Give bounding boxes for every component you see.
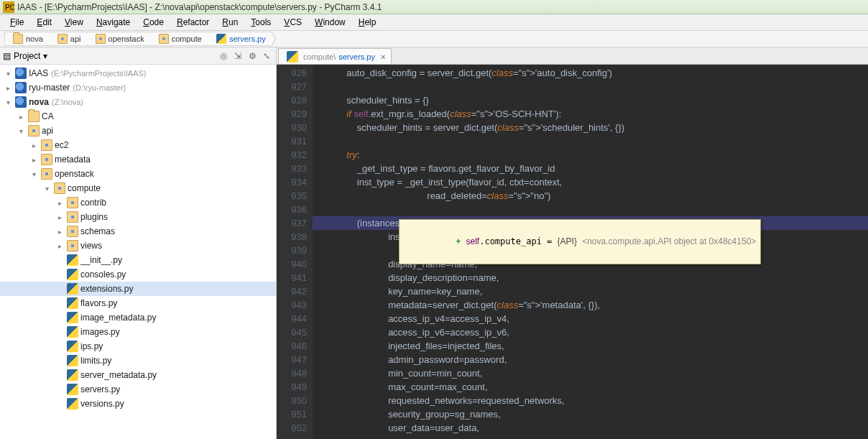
expand-icon[interactable]: ▸ — [29, 142, 39, 149]
tree-label: servers.py — [80, 384, 120, 394]
code-line[interactable]: access_ip_v6=access_ip_v6, — [313, 325, 868, 339]
tree-row[interactable]: servers.py — [0, 382, 276, 397]
code-line[interactable]: key_name=key_name, — [313, 285, 868, 298]
breadcrumb-item[interactable]: servers.py — [208, 32, 272, 46]
menu-tools[interactable]: Tools — [245, 16, 277, 29]
code-area[interactable]: 9269279289299309319329339349359369379389… — [277, 65, 868, 439]
tree-row[interactable]: ▸CA — [0, 109, 276, 124]
tree-row[interactable]: __init__.py — [0, 253, 276, 267]
expand-icon[interactable]: ▸ — [29, 156, 39, 164]
code-line[interactable] — [313, 80, 868, 93]
code-line[interactable]: injected_files=injected_files, — [313, 339, 868, 353]
menu-view[interactable]: View — [59, 16, 89, 29]
code-line[interactable]: min_count=min_count, — [313, 366, 868, 380]
menu-window[interactable]: Window — [309, 16, 351, 29]
menu-file[interactable]: File — [4, 16, 29, 29]
menu-vcs[interactable]: VCS — [278, 16, 308, 29]
code-line[interactable]: try: — [313, 148, 868, 162]
tree-row[interactable]: consoles.py — [0, 267, 276, 282]
expand-icon[interactable]: ▾ — [42, 185, 52, 193]
code-line[interactable]: auto_disk_config = server_dict.get(class… — [313, 66, 868, 80]
proj-icon — [15, 68, 27, 79]
code-line[interactable]: max_count=max_count, — [313, 380, 868, 394]
expand-icon[interactable]: ▾ — [3, 98, 13, 106]
code-line[interactable]: _get_inst_type = flavors.get_flavor_by_f… — [313, 162, 868, 175]
breadcrumb-item[interactable]: compute — [150, 32, 208, 46]
tree-label: extensions.py — [80, 284, 133, 294]
menu-navigate[interactable]: Navigate — [91, 16, 136, 29]
breadcrumb-item[interactable]: openstack — [87, 32, 150, 46]
expand-icon[interactable]: ▸ — [16, 113, 26, 121]
expand-icon[interactable]: ▾ — [3, 70, 13, 78]
tree-row[interactable]: ▸ryu-master(D:\ryu-master) — [0, 80, 276, 95]
code-line[interactable]: admin_password=password, — [313, 353, 868, 366]
tree-row[interactable]: versions.py — [0, 397, 276, 411]
code-line[interactable]: inst_type = _get_inst_type(flavor_id, ct… — [313, 175, 868, 189]
tree-row[interactable]: image_metadata.py — [0, 310, 276, 325]
expand-icon[interactable]: ▸ — [55, 242, 65, 250]
pkg-icon — [41, 168, 52, 180]
expand-icon[interactable]: ▾ — [16, 127, 26, 135]
pkg-icon — [67, 211, 78, 223]
tree-row[interactable]: ▾IAAS(E:\PycharmProjects\IAAS) — [0, 66, 276, 80]
pkg-icon — [28, 125, 40, 137]
code-line[interactable]: metadata=server_dict.get(class="s">'meta… — [313, 298, 868, 312]
collapse-icon[interactable]: ⇲ — [231, 50, 244, 63]
expand-icon[interactable]: ▸ — [3, 84, 13, 92]
tree-row[interactable]: ▸contrib — [0, 195, 276, 210]
code-line[interactable]: requested_networks=requested_networks, — [313, 394, 868, 407]
menu-code[interactable]: Code — [137, 16, 170, 29]
py-icon — [67, 283, 78, 295]
project-panel-header: ▤ Project ▾ ◎ ⇲ ⚙ ⤡ — [0, 47, 276, 65]
menu-refactor[interactable]: Refactor — [171, 16, 215, 29]
menu-edit[interactable]: Edit — [31, 16, 57, 29]
code-line[interactable]: user_data=user_data, — [313, 421, 868, 435]
tree-row[interactable]: ▾openstack — [0, 167, 276, 181]
tree-row[interactable]: ▾api — [0, 124, 276, 138]
code-line[interactable]: security_group=sg_names, — [313, 407, 868, 421]
tree-row[interactable]: ▸views — [0, 239, 276, 253]
tree-row[interactable]: ▸plugins — [0, 210, 276, 224]
gear-icon[interactable]: ⚙ — [246, 50, 259, 63]
expand-icon[interactable]: ▾ — [29, 170, 39, 178]
minimize-icon[interactable]: ⤡ — [260, 50, 273, 63]
tree-row[interactable]: ▸ec2 — [0, 138, 276, 152]
code-line[interactable]: scheduler_hints = server_dict.get(class=… — [313, 121, 868, 134]
tree-row[interactable]: limits.py — [0, 353, 276, 368]
target-icon[interactable]: ◎ — [217, 50, 230, 63]
py-icon — [67, 384, 78, 395]
code-content[interactable]: auto_disk_config = server_dict.get(class… — [313, 65, 868, 439]
code-line[interactable]: read_deleted=class="s">"no") — [313, 189, 868, 203]
project-tree[interactable]: ▾IAAS(E:\PycharmProjects\IAAS)▸ryu-maste… — [0, 65, 276, 439]
pkg-icon — [67, 226, 78, 237]
code-line[interactable]: access_ip_v4=access_ip_v4, — [313, 312, 868, 325]
tree-row[interactable]: ▸schemas — [0, 224, 276, 239]
menu-help[interactable]: Help — [353, 16, 382, 29]
project-panel-title[interactable]: Project — [14, 51, 40, 61]
code-line[interactable] — [313, 134, 868, 148]
tree-row[interactable]: ips.py — [0, 339, 276, 353]
close-icon[interactable]: × — [381, 52, 385, 61]
editor-tab[interactable]: compute\servers.py × — [278, 48, 392, 64]
expand-icon[interactable]: ▸ — [55, 199, 65, 207]
tree-row[interactable]: images.py — [0, 325, 276, 339]
tree-row[interactable]: flavors.py — [0, 296, 276, 310]
tree-row[interactable]: ▾compute — [0, 181, 276, 195]
code-line[interactable]: display_description=name, — [313, 271, 868, 285]
dropdown-icon[interactable]: ▾ — [43, 51, 47, 61]
code-line[interactable] — [313, 203, 868, 216]
python-file-icon — [287, 51, 298, 63]
tree-label: metadata — [55, 154, 91, 165]
expand-icon[interactable]: ▸ — [55, 213, 65, 221]
tree-row[interactable]: extensions.py — [0, 282, 276, 296]
code-line[interactable]: if self.ext_mgr.is_loaded(class="s">'OS-… — [313, 107, 868, 121]
tree-row[interactable]: ▸metadata — [0, 152, 276, 167]
menu-run[interactable]: Run — [216, 16, 244, 29]
tree-row[interactable]: ▾nova(Z:\nova) — [0, 95, 276, 109]
tree-label: consoles.py — [80, 269, 126, 279]
code-line[interactable]: scheduler_hints = {} — [313, 93, 868, 107]
breadcrumb-item[interactable]: nova — [4, 32, 49, 46]
breadcrumb-item[interactable]: api — [49, 32, 87, 46]
expand-icon[interactable]: ▸ — [55, 228, 65, 236]
tree-row[interactable]: server_metadata.py — [0, 368, 276, 382]
